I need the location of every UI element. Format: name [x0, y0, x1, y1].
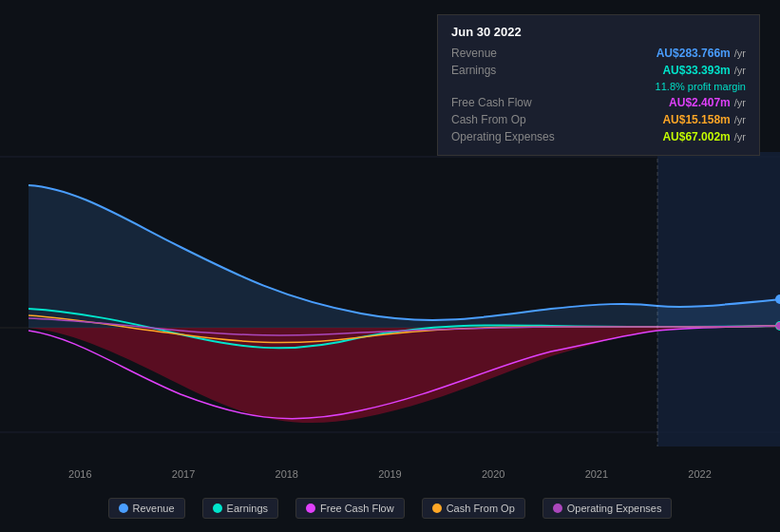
legend-opex[interactable]: Operating Expenses	[542, 498, 673, 519]
revenue-dot	[119, 504, 128, 513]
legend-earnings-label: Earnings	[227, 503, 268, 514]
legend-earnings[interactable]: Earnings	[202, 498, 278, 519]
fcf-label: Free Cash Flow	[451, 96, 565, 109]
tooltip-cashop-row: Cash From Op AU$15.158m/yr	[451, 111, 746, 128]
x-label-2016: 2016	[68, 468, 91, 480]
tooltip-fcf-row: Free Cash Flow AU$2.407m/yr	[451, 94, 746, 111]
legend-cashop-label: Cash From Op	[447, 503, 515, 514]
legend-revenue-label: Revenue	[133, 503, 175, 514]
earnings-value: AU$33.393m/yr	[662, 64, 746, 77]
profit-margin-value: 11.8% profit margin	[656, 81, 746, 92]
x-label-2020: 2020	[482, 468, 504, 480]
legend-fcf-label: Free Cash Flow	[320, 503, 394, 514]
legend: Revenue Earnings Free Cash Flow Cash Fro…	[0, 498, 780, 519]
tooltip-date: Jun 30 2022	[451, 25, 746, 39]
legend-fcf[interactable]: Free Cash Flow	[295, 498, 405, 519]
cashop-label: Cash From Op	[451, 113, 565, 126]
x-label-2021: 2021	[585, 468, 608, 480]
fcf-value: AU$2.407m/yr	[669, 96, 746, 109]
x-axis: 2016 2017 2018 2019 2020 2021 2022	[0, 464, 780, 484]
tooltip-revenue-row: Revenue AU$283.766m/yr	[451, 45, 746, 62]
x-label-2022: 2022	[688, 468, 711, 480]
fcf-dot	[306, 504, 315, 513]
legend-opex-label: Operating Expenses	[567, 503, 662, 514]
chart-container: Jun 30 2022 Revenue AU$283.766m/yr Earni…	[0, 0, 780, 532]
tooltip-earnings-row: Earnings AU$33.393m/yr	[451, 62, 746, 79]
cashop-dot	[432, 504, 442, 513]
opex-value: AU$67.002m/yr	[662, 130, 746, 143]
earnings-label: Earnings	[451, 64, 565, 77]
x-label-2017: 2017	[172, 468, 195, 480]
cashop-value: AU$15.158m/yr	[662, 113, 746, 126]
tooltip-box: Jun 30 2022 Revenue AU$283.766m/yr Earni…	[437, 14, 760, 156]
x-label-2019: 2019	[378, 468, 401, 480]
legend-cashop[interactable]: Cash From Op	[422, 498, 525, 519]
earnings-dot	[213, 504, 222, 513]
opex-dot	[553, 504, 562, 513]
tooltip-opex-row: Operating Expenses AU$67.002m/yr	[451, 128, 746, 145]
revenue-value: AU$283.766m/yr	[656, 47, 746, 60]
svg-rect-4	[657, 152, 780, 446]
opex-label: Operating Expenses	[451, 130, 565, 143]
legend-revenue[interactable]: Revenue	[108, 498, 185, 519]
chart-svg	[0, 152, 780, 446]
x-label-2018: 2018	[276, 468, 298, 480]
revenue-label: Revenue	[451, 47, 565, 60]
tooltip-profit-margin-row: 11.8% profit margin	[451, 79, 746, 94]
